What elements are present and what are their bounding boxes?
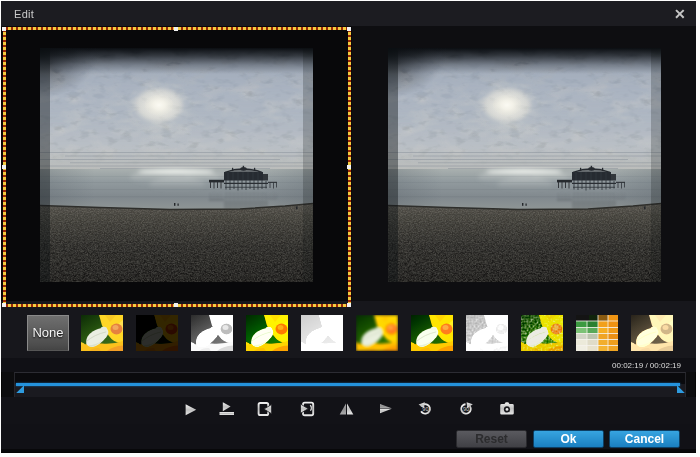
- svg-text:90: 90: [463, 406, 469, 412]
- svg-text:90: 90: [422, 406, 428, 412]
